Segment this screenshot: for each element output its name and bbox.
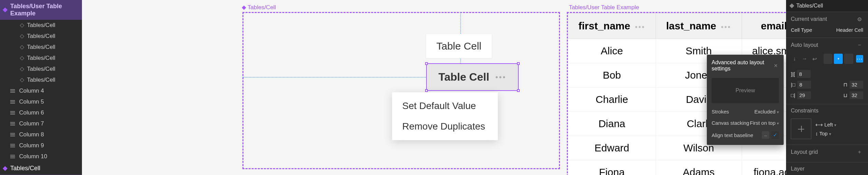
padding-input[interactable] [797,91,811,99]
layer-item[interactable]: Column 10 [0,151,82,162]
constraints-diagram[interactable] [791,119,811,139]
padding-h-input[interactable] [797,81,811,89]
layer-frame-header[interactable]: Tables/User Table Example [0,0,82,20]
padding-v-icon: ⊓ [843,82,848,88]
section-label: Layer [791,166,804,172]
h-constraint-select[interactable]: ⟷ Left [815,122,836,128]
frame-icon [10,132,15,137]
layer-item[interactable]: Column 7 [0,118,82,129]
layer-item[interactable]: Column 4 [0,85,82,96]
layer-item[interactable]: Tables/Cell [0,53,82,64]
instance-icon [20,23,24,28]
table-cell[interactable]: Fiona [568,160,656,175]
component-icon [242,5,246,10]
more-icon[interactable]: ••• [635,23,645,31]
preview-box: Preview [712,78,779,103]
frame-label[interactable]: Tables/Cell [242,4,276,11]
menu-set-default[interactable]: Set Default Value [392,96,498,116]
selection-handle[interactable] [517,89,520,92]
layer-item[interactable]: Tables/Cell [0,31,82,42]
label: Canvas stacking [712,120,749,126]
table-cell[interactable]: Edward [568,136,656,160]
table-cell[interactable]: Alice [568,39,656,63]
table-cell[interactable]: Charlie [568,88,656,112]
context-menu: Set Default Value Remove Duplicates [392,92,498,140]
wrap-icon[interactable]: ↩ [811,55,818,63]
strokes-select[interactable]: Excluded [754,109,779,115]
menu-remove-duplicates[interactable]: Remove Duplicates [392,116,498,137]
layer-name: Tables/Cell [10,165,40,172]
label: Align text baseline [712,132,753,138]
close-icon[interactable] [773,62,779,69]
instance-icon [20,78,24,82]
frame-icon [10,99,15,104]
frame-label[interactable]: Tables/User Table Example [567,4,639,11]
layer-item[interactable]: Tables/Cell [0,20,82,31]
instance-icon [20,56,24,60]
selection-handle[interactable] [425,62,428,65]
settings-icon[interactable]: ⚙ [856,15,863,23]
selection-handle[interactable] [517,62,520,65]
frame-icon [10,110,15,115]
table-cell[interactable]: Diana [568,112,656,136]
component-icon [3,166,8,171]
user-table-frame[interactable]: first_name•••last_name•••email••• AliceS… [567,12,823,175]
popup-title: Advanced auto layout settings [712,59,773,72]
layer-item[interactable]: Tables/Cell [0,75,82,85]
table-row[interactable]: FionaAdamsfiona.adams [568,160,822,175]
prop-value[interactable]: Header Cell [836,27,863,33]
padding-h-icon: |□ [791,82,795,88]
frame-icon [10,143,15,148]
baseline-on-toggle[interactable]: ✓ [771,131,779,139]
selection-handle[interactable] [425,89,428,92]
component-icon [789,3,794,8]
frame-icon [10,121,15,126]
layer-item[interactable]: Column 5 [0,96,82,107]
layer-item[interactable]: Column 9 [0,140,82,151]
padding-v-input[interactable] [850,81,863,89]
direction-vertical-icon[interactable]: ↓ [791,55,798,63]
layer-item[interactable]: Column 6 [0,107,82,118]
frame-icon [10,89,15,93]
variant-cell-selected[interactable]: Table Cell ••• [426,63,519,91]
table-header[interactable]: last_name••• [656,13,742,39]
section-label: Constraints [791,108,818,114]
stacking-select[interactable]: First on top [750,120,779,126]
variant-cell[interactable]: Table Cell [426,34,492,58]
v-constraint-select[interactable]: ↕ Top [815,131,831,136]
table-cell[interactable]: Adams [656,160,742,175]
gap-icon: ]|[ [791,71,795,77]
table-header[interactable]: first_name••• [568,13,656,39]
section-label: Current variant [791,16,827,22]
baseline-off-toggle[interactable]: – [762,131,769,139]
padding-icon: ⊔ [843,92,848,98]
component-icon [3,8,8,12]
section-label: Layout grid [791,149,818,155]
alignment-guide [242,77,427,78]
layer-item[interactable]: Tables/Cell [0,42,82,53]
align-tc[interactable]: • [834,54,843,64]
layers-panel: Tables/User Table Example Tables/CellTab… [0,0,82,175]
align-tr[interactable] [844,54,853,64]
instance-icon [20,67,24,71]
padding-input[interactable] [850,91,863,99]
gap-input[interactable] [797,70,811,78]
selection-breadcrumb[interactable]: Tables/Cell [786,0,868,12]
instance-icon [20,34,24,39]
add-icon[interactable]: + [856,148,863,156]
more-icon[interactable]: ••• [721,23,731,31]
layer-item[interactable]: Column 8 [0,129,82,140]
advanced-settings-button[interactable] [856,55,863,63]
remove-icon[interactable]: − [856,41,863,49]
padding-icon: □| [791,92,795,98]
canvas[interactable]: Tables/Cell Table Cell Table Cell ••• Hu… [82,0,786,175]
more-icon[interactable]: ••• [495,73,506,82]
align-tl[interactable] [824,54,832,64]
layer-frame-header-2[interactable]: Tables/Cell [0,162,82,175]
section-label: Auto layout [791,42,818,48]
layer-item[interactable]: Tables/Cell [0,64,82,75]
frame-icon [10,154,15,159]
table-cell[interactable]: Bob [568,63,656,88]
direction-horizontal-icon[interactable]: → [801,55,808,63]
prop-label: Cell Type [791,27,812,33]
